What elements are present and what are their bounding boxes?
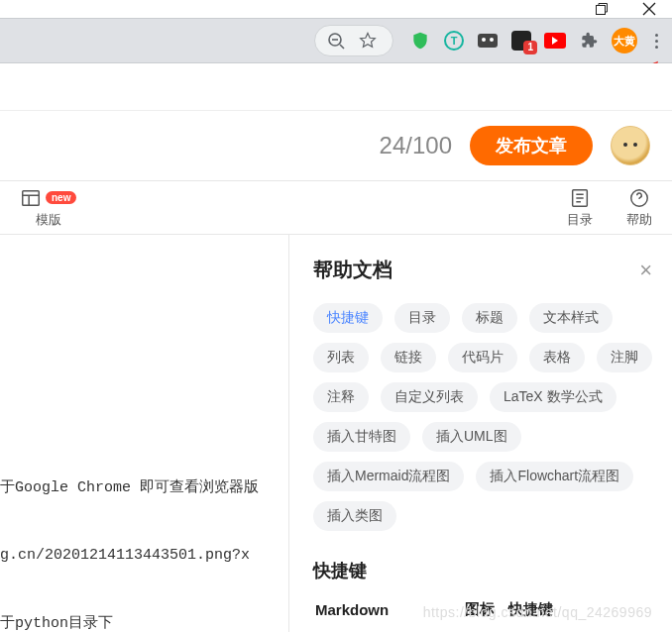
help-pill[interactable]: 链接 [381, 343, 436, 372]
toolbar-template-button[interactable]: new 模版 [20, 187, 76, 229]
toolbar-help-label: 帮助 [626, 211, 652, 229]
help-pill[interactable]: 注释 [313, 382, 369, 412]
browser-menu-kebab-icon[interactable] [649, 32, 664, 51]
bookmark-star-icon[interactable] [357, 30, 379, 52]
extension-dark-badge-icon[interactable]: 1 [510, 30, 532, 52]
toolbar-toc-label: 目录 [567, 211, 593, 229]
zoom-out-icon[interactable] [325, 30, 347, 52]
shortcut-table: Markdown 图标 快捷键 撤销↺Ctrl / ⌘ + Z重做↻Ctrl /… [313, 598, 652, 632]
shortcut-th-key: 快捷键 [508, 600, 650, 627]
svg-rect-3 [23, 190, 40, 205]
editor-header: 24/100 发布文章 [0, 111, 672, 180]
help-pill[interactable]: LaTeX 数学公式 [490, 382, 616, 412]
extension-shield-icon[interactable] [409, 30, 431, 52]
toolbar-toc-button[interactable]: 目录 [567, 187, 593, 229]
help-category-pills: 快捷键目录标题文本样式列表链接代码片表格注脚注释自定义列表LaTeX 数学公式插… [313, 303, 652, 531]
editor-pane[interactable]: 于Google Chrome 即可查看浏览器版 g.cn/20201214113… [0, 235, 289, 632]
new-badge: new [46, 191, 76, 204]
toolbar-help-button[interactable]: 帮助 [626, 187, 652, 229]
shortcut-th-icon: 图标 [452, 600, 506, 627]
extension-circle-t-icon[interactable]: T [443, 30, 465, 52]
help-pill[interactable]: 注脚 [597, 343, 652, 372]
help-panel: 帮助文档 × 快捷键目录标题文本样式列表链接代码片表格注脚注释自定义列表LaTe… [289, 235, 672, 632]
svg-rect-0 [597, 6, 606, 15]
help-pill[interactable]: 标题 [462, 303, 517, 333]
help-pill[interactable]: 表格 [529, 343, 585, 372]
help-pill[interactable]: 自定义列表 [381, 382, 478, 412]
help-pill[interactable]: 快捷键 [313, 303, 383, 333]
omnibox-actions [314, 25, 393, 56]
browser-toolbar: T 1 大黄 [0, 18, 672, 63]
char-count: 24/100 [380, 132, 452, 159]
extension-incognito-icon[interactable] [477, 30, 499, 52]
profile-avatar[interactable]: 大黄 [612, 28, 637, 53]
help-pill[interactable]: 列表 [313, 343, 369, 372]
window-controls [591, 0, 672, 18]
editor-text-block-2: 于python目录下 [0, 569, 113, 632]
close-window-icon[interactable] [638, 0, 660, 20]
restore-window-icon[interactable] [591, 0, 613, 20]
help-pill[interactable]: 插入类图 [313, 501, 396, 531]
help-pill[interactable]: 文本样式 [529, 303, 613, 333]
extension-youtube-icon[interactable] [544, 30, 566, 52]
extensions-puzzle-icon[interactable] [578, 30, 600, 52]
profile-avatar-label: 大黄 [614, 34, 635, 49]
help-pill[interactable]: 插入甘特图 [313, 422, 410, 452]
shortcut-th-name: Markdown [315, 600, 450, 627]
user-avatar[interactable] [611, 126, 650, 165]
publish-button[interactable]: 发布文章 [470, 126, 593, 165]
toolbar-template-label: 模版 [36, 211, 61, 229]
editor-toolbar: new 模版 目录 帮助 [0, 180, 672, 235]
extension-badge-count: 1 [523, 41, 537, 54]
content-top-bar [0, 63, 672, 111]
help-pill[interactable]: 代码片 [448, 343, 517, 372]
help-pill[interactable]: 插入Flowchart流程图 [476, 462, 633, 491]
help-pill[interactable]: 插入Mermaid流程图 [313, 462, 464, 491]
help-pill[interactable]: 插入UML图 [422, 422, 521, 452]
help-pill[interactable]: 目录 [394, 303, 450, 333]
shortcut-section-title: 快捷键 [313, 559, 652, 582]
help-close-button[interactable]: × [639, 258, 652, 283]
help-panel-title: 帮助文档 [313, 257, 392, 283]
